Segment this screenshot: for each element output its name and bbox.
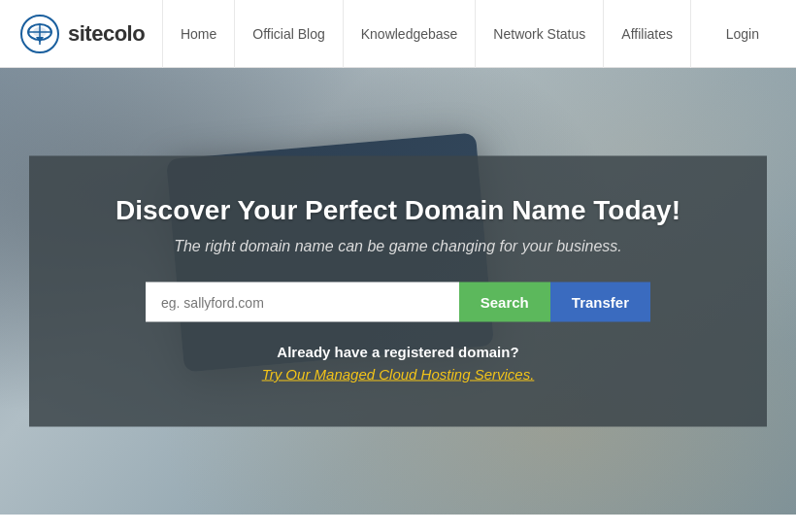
already-registered-text: Already have a registered domain? — [78, 344, 718, 360]
domain-search-input[interactable] — [146, 283, 459, 322]
domain-search-bar: Search Transfer — [146, 283, 650, 322]
hero-title: Discover Your Perfect Domain Name Today! — [78, 195, 718, 226]
hero-overlay: Discover Your Perfect Domain Name Today!… — [29, 156, 767, 427]
hero-subtitle: The right domain name can be game changi… — [78, 238, 718, 255]
logo-icon — [19, 14, 60, 54]
nav-knowledgebase[interactable]: Knowledgebase — [344, 0, 477, 68]
transfer-button[interactable]: Transfer — [550, 283, 650, 322]
nav-home[interactable]: Home — [162, 0, 235, 68]
nav-affiliates[interactable]: Affiliates — [604, 0, 691, 68]
bottom-section: HOSTING FEATURES — [0, 515, 796, 532]
nav-network-status[interactable]: Network Status — [476, 0, 604, 68]
logo[interactable]: sitecolo — [19, 14, 145, 54]
search-button[interactable]: Search — [459, 283, 550, 322]
managed-hosting-link[interactable]: Try Our Managed Cloud Hosting Services. — [262, 366, 535, 382]
nav-official-blog[interactable]: Official Blog — [235, 0, 343, 68]
hero-section: Discover Your Perfect Domain Name Today!… — [0, 68, 796, 515]
login-button[interactable]: Login — [709, 0, 777, 68]
logo-text: sitecolo — [68, 21, 145, 47]
header: sitecolo Home Official Blog Knowledgebas… — [0, 0, 796, 68]
main-nav: Home Official Blog Knowledgebase Network… — [162, 0, 691, 68]
